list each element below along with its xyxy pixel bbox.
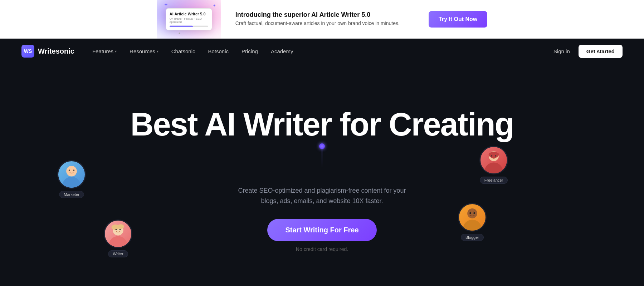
svg-point-17 <box>469 212 471 214</box>
getstarted-button[interactable]: Get started <box>579 45 623 58</box>
nav-chatsonic[interactable]: Chatsonic <box>171 48 195 54</box>
avatar-freelancer <box>479 146 508 174</box>
features-label: Features <box>92 48 113 54</box>
card-sub: On-brand · Factual · SEO-optimized <box>170 17 208 24</box>
svg-point-16 <box>467 208 477 218</box>
article-writer-card: AI Article Writer 5.0 On-brand · Factual… <box>166 8 212 30</box>
blogger-label: Blogger <box>461 234 484 241</box>
avatar-chip-freelancer: Freelancer <box>479 146 508 184</box>
freelancer-label: Freelancer <box>480 177 508 184</box>
banner-subtext: Craft factual, document-aware articles i… <box>235 20 414 27</box>
nav-resources[interactable]: Resources ▾ <box>130 48 158 54</box>
marketer-label: Marketer <box>59 191 84 198</box>
hero-title: Best AI Writer for Creating <box>130 108 513 140</box>
hero-divider <box>322 146 322 168</box>
hero-no-credit: No credit card required. <box>296 246 348 252</box>
banner-cta-button[interactable]: Try It Out Now <box>429 11 487 28</box>
signin-button[interactable]: Sign in <box>553 48 570 54</box>
nav-links: Features ▾ Resources ▾ Chatsonic Botsoni… <box>92 48 536 54</box>
chatsonic-label: Chatsonic <box>171 48 195 54</box>
avatar-marketer <box>57 160 86 189</box>
svg-point-9 <box>116 229 117 230</box>
logo[interactable]: WS Writesonic <box>21 45 74 58</box>
card-bar <box>170 26 208 27</box>
svg-point-13 <box>491 155 493 157</box>
hero-section: Marketer Writer <box>0 64 644 286</box>
banner-visual: AI Article Writer 5.0 On-brand · Factual… <box>157 0 221 39</box>
nav-actions: Sign in Get started <box>553 45 623 58</box>
resources-label: Resources <box>130 48 155 54</box>
svg-point-4 <box>73 169 75 171</box>
svg-point-15 <box>463 220 482 231</box>
svg-point-11 <box>484 162 503 173</box>
svg-point-1 <box>62 177 81 188</box>
avatar-chip-blogger: Blogger <box>458 203 487 241</box>
hero-subtitle: Create SEO-optimized and plagiarism-free… <box>233 186 411 206</box>
writer-label: Writer <box>108 250 128 257</box>
hero-cta-button[interactable]: Start Writing For Free <box>267 219 376 241</box>
star-icon-1: ✦ <box>164 2 168 8</box>
avatar-chip-writer: Writer <box>104 220 132 257</box>
logo-text: Writesonic <box>38 47 74 55</box>
hero-dot <box>319 143 325 149</box>
main-nav: WS Writesonic Features ▾ Resources ▾ Cha… <box>0 39 644 64</box>
announcement-banner: AI Article Writer 5.0 On-brand · Factual… <box>0 0 644 39</box>
card-title: AI Article Writer 5.0 <box>170 11 208 16</box>
academy-label: Academy <box>271 48 293 54</box>
star-icon-3: ✦ <box>178 32 181 35</box>
svg-point-8 <box>117 224 124 229</box>
resources-chevron-icon: ▾ <box>157 49 158 53</box>
banner-text: Introducing the superior AI Article Writ… <box>235 11 414 27</box>
banner-headline: Introducing the superior AI Article Writ… <box>235 11 414 19</box>
nav-botsonic[interactable]: Botsonic <box>208 48 229 54</box>
avatar-writer <box>104 220 132 248</box>
features-chevron-icon: ▾ <box>115 49 117 53</box>
logo-icon: WS <box>21 45 34 58</box>
svg-point-14 <box>495 155 497 157</box>
star-icon-2: ✦ <box>213 4 216 8</box>
avatar-blogger <box>458 203 487 232</box>
svg-point-5 <box>109 236 127 247</box>
botsonic-label: Botsonic <box>208 48 229 54</box>
svg-point-18 <box>473 212 475 214</box>
avatar-chip-marketer: Marketer <box>57 160 86 198</box>
card-bar-fill <box>170 26 193 27</box>
svg-point-2 <box>67 166 76 176</box>
pricing-label: Pricing <box>241 48 258 54</box>
nav-features[interactable]: Features ▾ <box>92 48 117 54</box>
svg-point-3 <box>69 169 70 171</box>
nav-pricing[interactable]: Pricing <box>241 48 258 54</box>
nav-academy[interactable]: Academy <box>271 48 293 54</box>
svg-point-10 <box>119 229 121 230</box>
